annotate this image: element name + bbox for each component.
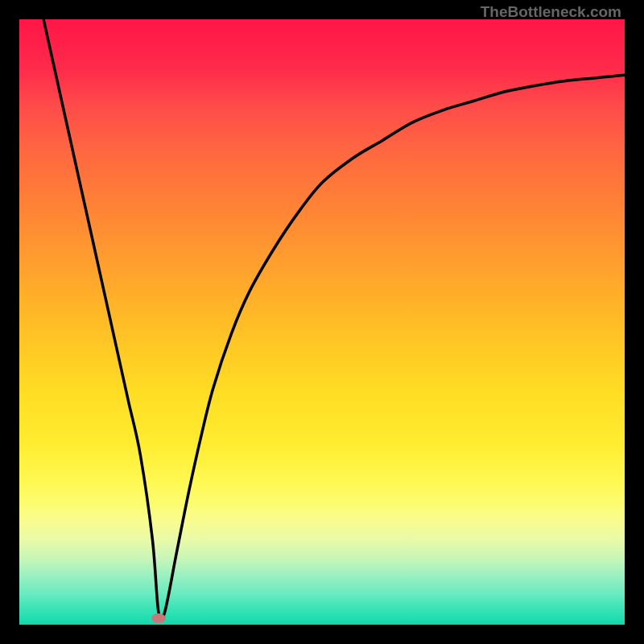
minimum-marker xyxy=(151,613,166,623)
chart-plot-area xyxy=(19,19,625,625)
bottleneck-curve xyxy=(43,19,625,621)
attribution-text: TheBottleneck.com xyxy=(481,3,621,21)
curve-svg xyxy=(19,19,625,625)
